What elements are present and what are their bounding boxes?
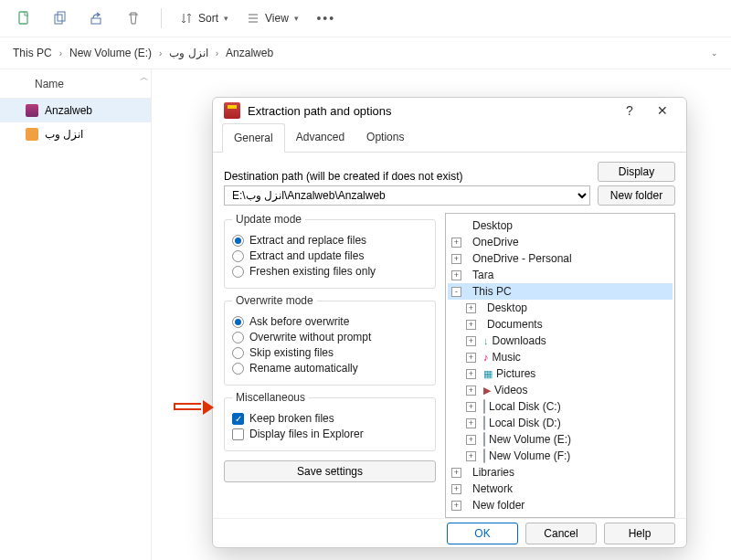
tree-node[interactable]: +OneDrive (448, 234, 673, 250)
tree-node[interactable]: +Local Disk (D:) (448, 415, 673, 431)
tree-node[interactable]: +Desktop (448, 300, 673, 316)
radio-freshen[interactable]: Freshen existing files only (232, 265, 428, 278)
dialog-title: Extraction path and options (248, 104, 392, 118)
ok-button[interactable]: OK (447, 523, 518, 544)
dialog-titlebar: Extraction path and options ? ✕ (213, 98, 686, 123)
tab-bar: General Advanced Options (213, 123, 686, 153)
checkbox-display-explorer[interactable]: Display files in Explorer (232, 428, 428, 440)
radio-overwrite-noprompt[interactable]: Overwrite without prompt (232, 331, 428, 343)
chevron-up-icon[interactable]: ︿ (140, 71, 149, 84)
expand-icon[interactable]: + (451, 254, 461, 264)
folder-icon (480, 433, 485, 446)
tree-node[interactable]: +New Volume (E:) (448, 431, 673, 448)
view-icon (247, 12, 260, 25)
more-icon[interactable]: ••• (312, 4, 341, 33)
tree-node[interactable]: +Tara (448, 267, 673, 283)
folder-icon: ♪ (480, 351, 489, 364)
expand-icon[interactable]: + (466, 402, 476, 412)
radio-extract-update[interactable]: Extract and update files (232, 249, 428, 262)
annotation-arrow (174, 400, 214, 415)
tree-label: New Volume (F:) (489, 449, 570, 462)
tab-general[interactable]: General (222, 123, 285, 153)
crumb[interactable]: This PC (13, 47, 52, 59)
copy-icon[interactable] (46, 4, 75, 33)
tree-node[interactable]: +▶Videos (448, 382, 673, 398)
file-name: Anzalweb (45, 104, 92, 117)
expand-icon[interactable]: + (466, 435, 476, 445)
checkbox-keep-broken[interactable]: ✓Keep broken files (232, 412, 428, 425)
expand-icon[interactable]: + (466, 369, 476, 379)
folder-tree[interactable]: Desktop+OneDrive+OneDrive - Personal+Tar… (445, 213, 675, 518)
extraction-dialog: Extraction path and options ? ✕ General … (212, 97, 687, 548)
expand-icon[interactable]: + (466, 320, 476, 330)
close-icon[interactable]: ✕ (650, 98, 675, 123)
expand-icon[interactable]: + (466, 336, 476, 346)
share-icon[interactable] (82, 4, 111, 33)
svg-rect-1 (55, 15, 62, 24)
radio-extract-replace[interactable]: Extract and replace files (232, 234, 428, 247)
crumb[interactable]: انزل وب (169, 47, 207, 59)
delete-icon[interactable] (119, 4, 148, 33)
tree-label: Tara (472, 269, 493, 281)
tree-node[interactable]: +♪Music (448, 349, 673, 365)
tree-node[interactable]: +Documents (448, 316, 673, 333)
tree-node[interactable]: +OneDrive - Personal (448, 250, 673, 267)
crumb[interactable]: New Volume (E:) (69, 47, 152, 59)
expand-icon[interactable]: + (466, 386, 476, 396)
radio-ask-overwrite[interactable]: Ask before overwrite (232, 315, 428, 328)
expand-icon[interactable]: + (451, 238, 461, 248)
expand-icon[interactable]: + (451, 468, 461, 478)
tree-node[interactable]: +New folder (448, 497, 673, 513)
tab-advanced[interactable]: Advanced (285, 123, 355, 152)
tree-node[interactable]: +▦Pictures (448, 365, 673, 382)
file-list: Name ︿ Anzalweb انزل وب (0, 69, 152, 560)
expand-icon[interactable]: + (466, 418, 476, 428)
tree-label: Music (493, 351, 521, 364)
folder-icon: ▶ (480, 384, 491, 396)
tree-label: Libraries (472, 466, 514, 479)
expand-icon[interactable]: + (451, 270, 461, 280)
toolbar: Sort ▾ View ▾ ••• (0, 0, 731, 37)
tree-node[interactable]: -This PC (448, 283, 673, 300)
new-folder-button[interactable]: New folder (598, 185, 675, 206)
tab-options[interactable]: Options (355, 123, 415, 152)
tree-node[interactable]: +Libraries (448, 464, 673, 481)
sort-menu[interactable]: Sort ▾ (175, 12, 234, 25)
tree-node[interactable]: +Local Disk (C:) (448, 398, 673, 415)
save-settings-button[interactable]: Save settings (224, 460, 436, 482)
list-item[interactable]: انزل وب (0, 122, 151, 146)
tree-label: New folder (472, 499, 524, 512)
list-item[interactable]: Anzalweb (0, 99, 151, 122)
breadcrumb[interactable]: This PC› New Volume (E:)› انزل وب› Anzal… (13, 47, 273, 59)
radio-skip-existing[interactable]: Skip existing files (232, 346, 428, 359)
tree-node[interactable]: +New Volume (F:) (448, 448, 673, 464)
new-icon[interactable] (9, 4, 38, 33)
display-button[interactable]: Display (598, 162, 675, 182)
radio-rename-auto[interactable]: Rename automatically (232, 362, 428, 375)
tree-node[interactable]: +↓Downloads (448, 333, 673, 349)
cancel-button[interactable]: Cancel (525, 523, 597, 544)
expand-icon[interactable]: + (466, 353, 476, 363)
overwrite-mode-group: Overwrite mode Ask before overwrite Over… (224, 294, 436, 386)
chevron-down-icon[interactable]: ⌄ (711, 48, 718, 58)
expand-icon[interactable]: + (451, 501, 461, 511)
help-button[interactable]: Help (604, 523, 675, 544)
expand-icon[interactable]: + (451, 484, 461, 494)
column-header-name[interactable]: Name ︿ (0, 69, 151, 99)
expand-icon[interactable]: - (451, 287, 461, 297)
destination-path-input[interactable]: E:\انزل وب\Anzalweb\Anzalweb (224, 185, 590, 206)
tree-node[interactable]: +Network (448, 481, 673, 497)
tree-node[interactable]: Desktop (448, 217, 673, 234)
folder-icon (480, 417, 485, 429)
svg-rect-2 (58, 12, 65, 21)
expand-icon[interactable]: + (466, 303, 476, 313)
expand-icon[interactable]: + (466, 451, 476, 461)
tree-label: Videos (494, 384, 527, 396)
sort-label: Sort (198, 12, 218, 25)
svg-rect-0 (19, 12, 27, 24)
tree-label: Downloads (493, 334, 546, 347)
crumb[interactable]: Anzalweb (226, 47, 273, 59)
tree-label: Documents (487, 318, 543, 331)
help-icon[interactable]: ? (617, 98, 642, 123)
view-menu[interactable]: View ▾ (241, 12, 304, 25)
